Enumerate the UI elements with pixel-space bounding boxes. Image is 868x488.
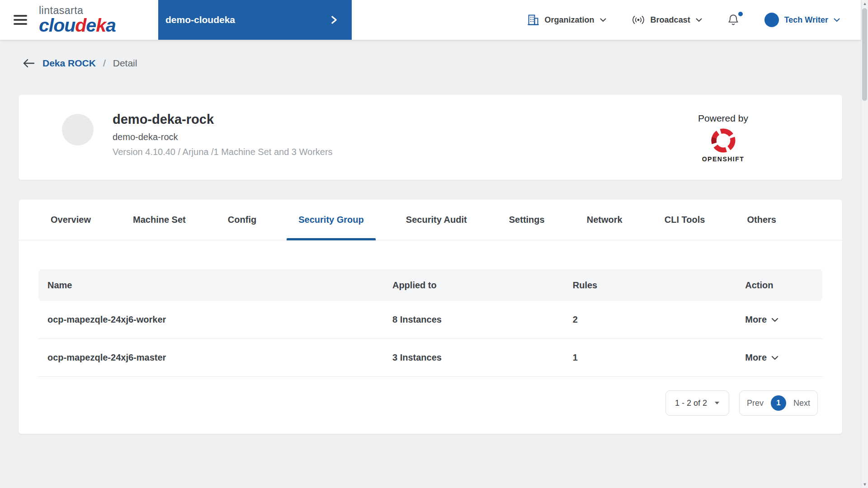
brand-logo: lintasarta cloudeka	[39, 5, 116, 35]
cluster-subtitle: demo-deka-rock	[113, 132, 333, 142]
page-range-label: 1 - 2 of 2	[675, 399, 707, 408]
organization-label: Organization	[545, 15, 594, 25]
cluster-header-card: demo-deka-rock demo-deka-rock Version 4.…	[19, 95, 842, 180]
top-navbar: lintasarta cloudeka demo-cloudeka Organi…	[0, 0, 861, 40]
detail-tabs-card: Overview Machine Set Config Security Gro…	[19, 200, 842, 434]
row-name: ocp-mapezqle-24xj6-worker	[38, 314, 383, 325]
caret-down-icon	[714, 401, 720, 405]
table-header-row: Name Applied to Rules Action	[38, 269, 822, 301]
navbar-right-cluster: Organization Broadcast	[527, 13, 840, 27]
scrollbar-up-arrow-icon[interactable]: ▲	[861, 1, 868, 6]
hamburger-menu-icon[interactable]	[14, 13, 27, 27]
broadcast-icon	[632, 15, 645, 25]
broadcast-label: Broadcast	[651, 15, 690, 25]
tab-cli-tools[interactable]: CLI Tools	[653, 200, 717, 240]
project-selector[interactable]: demo-cloudeka	[158, 0, 352, 40]
cloudeka-part: e	[86, 15, 96, 36]
cluster-info: demo-deka-rock demo-deka-rock Version 4.…	[113, 112, 333, 180]
row-rules: 1	[564, 352, 736, 363]
notifications-button[interactable]	[727, 14, 739, 26]
user-name-label: Tech Writer	[784, 15, 828, 25]
tab-config[interactable]: Config	[216, 200, 268, 240]
cluster-avatar-placeholder	[62, 114, 94, 145]
tab-security-audit[interactable]: Security Audit	[394, 200, 479, 240]
chevron-down-icon	[696, 18, 702, 22]
breadcrumb-current: Detail	[113, 58, 137, 69]
breadcrumb-parent-link[interactable]: Deka ROCK	[42, 58, 96, 69]
column-header-rules: Rules	[564, 280, 736, 291]
chevron-down-icon	[771, 318, 778, 322]
pager: Prev 1 Next	[739, 390, 818, 416]
chevron-right-icon	[331, 15, 337, 24]
column-header-name: Name	[38, 280, 383, 291]
chevron-down-icon	[600, 18, 606, 22]
tab-machine-set[interactable]: Machine Set	[121, 200, 198, 240]
table-row: ocp-mapezqle-24xj6-master 3 Instances 1 …	[38, 339, 822, 377]
vertical-scrollbar[interactable]: ▲ ▼	[861, 0, 868, 488]
cluster-meta: Version 4.10.40 / Arjuna /1 Machine Set …	[113, 147, 333, 157]
cloudeka-part: clou	[39, 15, 75, 36]
security-group-table: Name Applied to Rules Action ocp-mapezql…	[38, 269, 822, 377]
tab-bar: Overview Machine Set Config Security Gro…	[19, 200, 842, 240]
scrollbar-thumb[interactable]	[862, 8, 867, 101]
building-icon	[527, 14, 539, 26]
row-applied-to: 8 Instances	[383, 314, 564, 325]
table-row: ocp-mapezqle-24xj6-worker 8 Instances 2 …	[38, 301, 822, 339]
powered-by-label: Powered by	[698, 113, 748, 124]
column-header-applied-to: Applied to	[383, 280, 564, 291]
bell-icon	[727, 14, 739, 26]
tab-overview[interactable]: Overview	[39, 200, 103, 240]
chevron-down-icon	[834, 18, 840, 22]
tab-network[interactable]: Network	[575, 200, 634, 240]
breadcrumb: Deka ROCK / Detail	[22, 58, 137, 69]
current-page-button[interactable]: 1	[771, 395, 786, 411]
more-actions-button[interactable]: More	[745, 352, 778, 363]
organization-menu[interactable]: Organization	[527, 14, 606, 26]
row-name: ocp-mapezqle-24xj6-master	[38, 352, 383, 363]
more-actions-button[interactable]: More	[745, 314, 778, 325]
openshift-wordmark: OPENSHIFT	[698, 155, 748, 163]
tab-security-group[interactable]: Security Group	[287, 200, 375, 240]
more-label: More	[745, 314, 767, 325]
row-rules: 2	[564, 314, 736, 325]
notification-dot	[738, 12, 743, 16]
scrollbar-down-arrow-icon[interactable]: ▼	[861, 482, 868, 487]
cluster-title: demo-deka-rock	[113, 112, 333, 127]
tab-others[interactable]: Others	[735, 200, 788, 240]
tab-settings[interactable]: Settings	[497, 200, 557, 240]
back-arrow-icon[interactable]	[22, 58, 35, 69]
more-label: More	[745, 352, 767, 363]
page-range-dropdown[interactable]: 1 - 2 of 2	[665, 390, 729, 416]
next-page-button[interactable]: Next	[793, 399, 810, 408]
lintasarta-wordmark: lintasarta	[39, 5, 116, 16]
avatar	[764, 13, 779, 27]
broadcast-menu[interactable]: Broadcast	[632, 15, 702, 25]
row-applied-to: 3 Instances	[383, 352, 564, 363]
cloudeka-wordmark: cloudeka	[39, 16, 116, 35]
pagination: 1 - 2 of 2 Prev 1 Next	[19, 390, 818, 416]
cloudeka-part: d	[75, 15, 86, 36]
project-selector-label: demo-cloudeka	[165, 14, 235, 25]
chevron-down-icon	[771, 356, 778, 360]
prev-page-button[interactable]: Prev	[747, 399, 764, 408]
powered-by-block: Powered by OPENSHIFT	[698, 113, 748, 163]
cloudeka-part: k	[96, 15, 106, 36]
user-menu[interactable]: Tech Writer	[764, 13, 840, 27]
openshift-logo-icon	[698, 127, 748, 155]
breadcrumb-separator: /	[103, 58, 106, 69]
column-header-action: Action	[736, 280, 822, 291]
cloudeka-part: a	[106, 15, 116, 36]
